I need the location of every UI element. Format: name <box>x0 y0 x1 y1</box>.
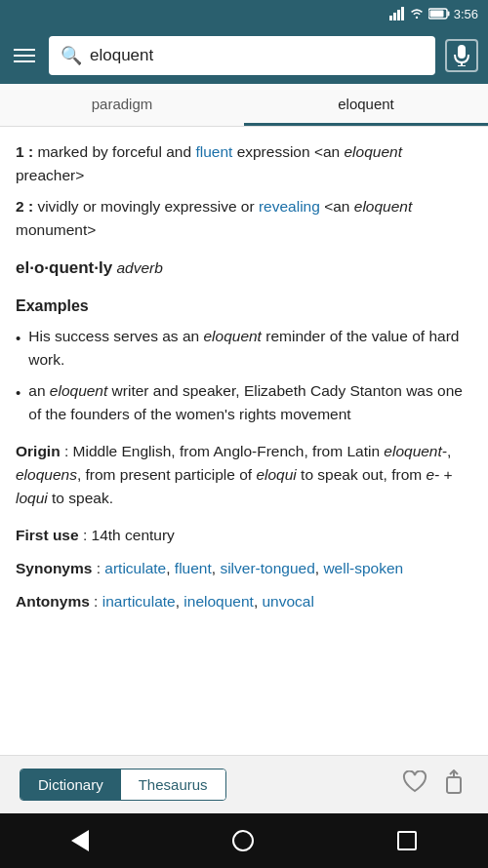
signal-icon <box>389 7 405 20</box>
example-1: • His success serves as an eloquent remi… <box>16 325 472 372</box>
examples-list: • His success serves as an eloquent remi… <box>16 325 472 426</box>
synonym-silver-tongued[interactable]: silver-tongued <box>220 560 314 576</box>
tab-eloquent[interactable]: eloquent <box>244 84 488 126</box>
synonym-fluent[interactable]: fluent <box>175 560 212 576</box>
svg-rect-2 <box>397 10 400 20</box>
back-button[interactable] <box>71 830 89 851</box>
tab-row: paradigm eloquent <box>0 84 488 127</box>
synonym-well-spoken[interactable]: well-spoken <box>323 560 403 576</box>
origin-label: Origin <box>16 443 61 459</box>
adverb-pos: adverb <box>117 259 163 276</box>
example-2: • an eloquent writer and speaker, Elizab… <box>16 379 472 426</box>
thesaurus-toggle[interactable]: Thesaurus <box>121 769 225 800</box>
svg-rect-10 <box>447 777 461 793</box>
def-1-link-fluent[interactable]: fluent <box>195 143 232 160</box>
def-2-link-revealing[interactable]: revealing <box>259 198 320 215</box>
svg-rect-7 <box>458 45 466 59</box>
bottom-toolbar: Dictionary Thesaurus <box>0 755 488 813</box>
nav-bar <box>0 813 488 868</box>
mic-icon <box>453 45 470 66</box>
share-svg <box>445 769 468 795</box>
wifi-icon <box>409 7 425 20</box>
antonym-unvocal[interactable]: unvocal <box>263 593 314 610</box>
share-icon[interactable] <box>445 769 468 801</box>
examples-title: Examples <box>16 295 472 319</box>
synonyms-label: Synonyms <box>16 560 92 576</box>
first-use-section: First use : 14th century <box>16 524 472 547</box>
first-use-label: First use <box>16 527 79 543</box>
hamburger-button[interactable] <box>10 45 39 66</box>
favorite-icon[interactable] <box>402 770 427 800</box>
bullet-2: • <box>16 381 20 404</box>
def-num-2: 2 : <box>16 198 33 215</box>
search-bar-row: 🔍 <box>0 27 488 84</box>
search-input[interactable] <box>90 46 424 65</box>
synonyms-section: Synonyms : articulate, fluent, silver-to… <box>16 557 472 580</box>
antonyms-colon: : <box>94 593 102 610</box>
adverb-word: el·o·quent·ly <box>16 258 112 277</box>
example-2-text: an eloquent writer and speaker, Elizabet… <box>28 379 472 426</box>
def-2-text: vividly or movingly expressive or <box>37 198 259 215</box>
antonyms-label: Antonyms <box>16 593 90 610</box>
microphone-button[interactable] <box>445 39 478 72</box>
first-use-value: : 14th century <box>83 527 175 543</box>
status-icons: 3:56 <box>389 7 478 21</box>
svg-rect-0 <box>389 16 392 20</box>
status-bar: 3:56 <box>0 0 488 27</box>
svg-rect-3 <box>401 7 404 20</box>
origin-text: : Middle English, from Anglo-French, fro… <box>16 443 453 506</box>
origin-section: Origin : Middle English, from Anglo-Fren… <box>16 440 472 510</box>
antonyms-section: Antonyms : inarticulate, ineloquent, unv… <box>16 590 472 613</box>
recents-button[interactable] <box>397 831 417 850</box>
svg-rect-6 <box>429 11 443 18</box>
time-display: 3:56 <box>454 7 478 21</box>
examples-section: Examples • His success serves as an eloq… <box>16 295 472 426</box>
def-1-text: marked by forceful and <box>37 143 195 160</box>
antonym-inarticulate[interactable]: inarticulate <box>102 593 176 610</box>
adverb-section: el·o·quent·ly adverb <box>16 256 472 281</box>
definition-2: 2 : vividly or movingly expressive or re… <box>16 195 472 242</box>
toolbar-icons <box>402 769 468 801</box>
svg-rect-5 <box>447 12 449 17</box>
example-1-text: His success serves as an eloquent remind… <box>28 325 472 372</box>
search-input-wrap[interactable]: 🔍 <box>49 36 435 75</box>
content-area: 1 : marked by forceful and fluent expres… <box>0 127 488 755</box>
home-button[interactable] <box>232 830 254 851</box>
battery-icon <box>428 8 450 20</box>
bullet-1: • <box>16 327 20 349</box>
heart-svg <box>402 770 427 794</box>
dictionary-toggle[interactable]: Dictionary <box>20 769 121 800</box>
antonym-ineloquent[interactable]: ineloquent <box>183 593 254 610</box>
search-icon: 🔍 <box>61 45 82 66</box>
definition-1: 1 : marked by forceful and fluent expres… <box>16 140 472 187</box>
tab-paradigm[interactable]: paradigm <box>0 84 244 126</box>
synonym-articulate[interactable]: articulate <box>104 560 166 576</box>
dict-thes-toggle: Dictionary Thesaurus <box>20 769 226 801</box>
svg-rect-1 <box>393 13 396 20</box>
def-num-1: 1 : <box>16 143 33 160</box>
